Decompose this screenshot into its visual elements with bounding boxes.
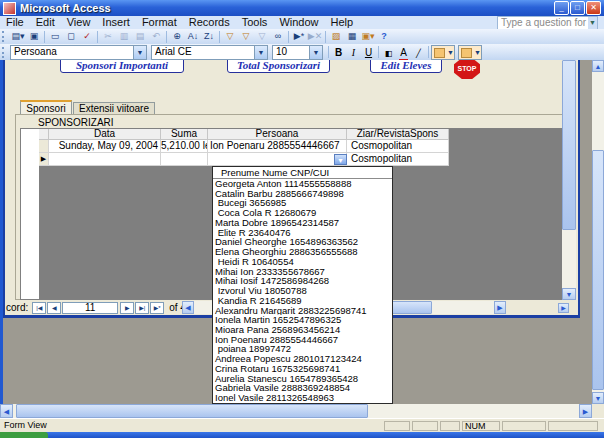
next-record-button[interactable]: ▶ (120, 302, 134, 314)
column-header-data[interactable]: Data (49, 129, 161, 140)
dropdown-item[interactable]: Ionela Martin 1652547896325 (213, 315, 392, 325)
menu-tools[interactable]: Tools (236, 16, 274, 29)
object-select[interactable]: Persoana ▼ (10, 45, 147, 60)
chevron-down-icon[interactable]: ▼ (133, 46, 146, 59)
dropdown-item[interactable]: Mihai Iosif 1472586984268 (213, 276, 392, 286)
menu-window[interactable]: Window (273, 16, 324, 29)
cut-button[interactable]: ✂ (100, 30, 116, 43)
dropdown-item[interactable]: Heidi R 10640554 (213, 257, 392, 267)
menu-insert[interactable]: Insert (96, 16, 136, 29)
dropdown-item[interactable]: Ion Poenaru 2885554446667 (213, 335, 392, 345)
dropdown-item[interactable]: Mihai Ion 2333355678667 (213, 267, 392, 277)
type-question-help-input[interactable]: Type a question for help ▼ (497, 16, 598, 30)
previous-record-button[interactable]: ◀ (47, 302, 61, 314)
filter-by-form-button[interactable]: ▽ (238, 30, 254, 43)
dropdown-item[interactable]: Alexandru Margarit 2883225698741 (213, 306, 392, 316)
total-sponsorizari-button[interactable]: Total Sponsorizari (227, 60, 330, 73)
tab-sponsori[interactable]: Sponsori (20, 100, 72, 115)
dropdown-item[interactable]: poiana 18997472 (213, 344, 392, 354)
menu-format[interactable]: Format (136, 16, 183, 29)
sort-descending-button[interactable]: Z↓ (201, 30, 217, 43)
delete-record-button[interactable]: ▶✕ (307, 30, 323, 43)
italic-button[interactable]: I (346, 46, 361, 59)
underline-button[interactable]: U (361, 46, 376, 59)
dropdown-item[interactable]: Bucegi 3656985 (213, 198, 392, 208)
row-selector[interactable] (39, 140, 49, 153)
column-header-ziar[interactable]: Ziar/RevistaSpons (347, 129, 449, 140)
new-record-button[interactable]: ▶* (291, 30, 307, 43)
dropdown-item[interactable]: Crina Rotaru 1675325698741 (213, 364, 392, 374)
fill-color-button[interactable]: ◧ (381, 46, 396, 59)
bold-button[interactable]: B (331, 46, 346, 59)
select-all-cell[interactable] (39, 129, 49, 140)
print-preview-button[interactable]: ◻ (63, 30, 79, 43)
dropdown-item[interactable]: Marta Dobre 1896542314587 (213, 218, 392, 228)
menu-records[interactable]: Records (183, 16, 236, 29)
dropdown-item[interactable]: Coca Cola R 12680679 (213, 208, 392, 218)
view-button[interactable]: ▤▾ (10, 30, 26, 43)
column-header-suma[interactable]: Suma (161, 129, 208, 140)
vscroll-thumb[interactable] (562, 60, 576, 230)
dropdown-item[interactable]: Kandia R 21645689 (213, 296, 392, 306)
app-vscroll-up-icon[interactable]: ▲ (592, 60, 604, 72)
cell-persoana[interactable]: Ion Poenaru 2885554446667 (208, 140, 347, 153)
app-hscroll-right-icon[interactable]: ▶ (579, 404, 592, 418)
vscroll-down-icon[interactable]: ▼ (562, 288, 576, 300)
new-record-button[interactable]: ▶* (150, 302, 164, 314)
copy-button[interactable]: ▥ (116, 30, 132, 43)
toolbar-grip[interactable] (2, 47, 8, 58)
hscroll-right-icon[interactable]: ▶ (494, 301, 506, 314)
filter-by-selection-button[interactable]: ▽ (222, 30, 238, 43)
cell-ziar[interactable]: Cosmopolitan (347, 140, 449, 153)
line-border-button[interactable]: ▼ (431, 45, 455, 60)
dropdown-item[interactable]: Daniel Gheorghe 1654896363562 (213, 237, 392, 247)
column-header-persoana[interactable]: Persoana (208, 129, 347, 140)
chevron-down-icon[interactable]: ▼ (254, 46, 267, 59)
undo-button[interactable]: ↶ (148, 30, 164, 43)
help-button[interactable]: ? (376, 30, 392, 43)
sponsori-importanti-button[interactable]: Sponsori Importanti (60, 60, 184, 73)
menu-help[interactable]: Help (325, 16, 360, 29)
dropdown-item[interactable]: Mioara Pana 2568963456214 (213, 325, 392, 335)
dropdown-item[interactable]: Elite R 23640476 (213, 228, 392, 238)
find-button[interactable]: ∞ (270, 30, 286, 43)
app-hscroll-thumb[interactable] (16, 404, 368, 418)
hscroll-corner-right-icon[interactable]: ▶ (558, 303, 569, 313)
dropdown-item[interactable]: Elena Gheorghiu 2886356555688 (213, 247, 392, 257)
hscroll-left-icon[interactable]: ◀ (182, 301, 194, 314)
dropdown-item[interactable]: Gabriela Vasile 2888369248854 (213, 383, 392, 393)
cell-data[interactable] (49, 153, 161, 166)
last-record-button[interactable]: ▶| (135, 302, 149, 314)
new-object-button[interactable]: ▣▾ (360, 30, 376, 43)
maximize-icon[interactable]: □ (570, 1, 585, 15)
menu-file[interactable]: File (0, 16, 30, 29)
current-record-icon[interactable]: ▶ (39, 153, 49, 166)
minimize-icon[interactable]: _ (554, 1, 569, 15)
font-size-select[interactable]: 10 ▼ (272, 45, 323, 60)
current-record-input[interactable]: 11 (62, 302, 118, 314)
cell-suma[interactable]: 5,210.00 lei (161, 140, 208, 153)
paste-button[interactable]: ▤ (132, 30, 148, 43)
sort-ascending-button[interactable]: A↓ (185, 30, 201, 43)
dropdown-item[interactable]: Andreea Popescu 2801017123424 (213, 354, 392, 364)
close-icon[interactable]: ✕ (586, 1, 601, 15)
app-vscroll-down-icon[interactable]: ▼ (592, 392, 604, 404)
properties-button[interactable]: ▨ (328, 30, 344, 43)
insert-hyperlink-button[interactable]: ⊕ (169, 30, 185, 43)
cell-ziar[interactable]: Cosmopolitan (347, 153, 449, 166)
chevron-down-icon[interactable]: ▼ (588, 17, 597, 29)
apply-filter-button[interactable]: ▽ (254, 30, 270, 43)
menu-edit[interactable]: Edit (30, 16, 61, 29)
save-button[interactable]: ▣ (26, 30, 42, 43)
line-color-button[interactable]: ╱ (411, 46, 426, 59)
dropdown-item[interactable]: Aurelia Stanescu 1654789365428 (213, 374, 392, 384)
menu-view[interactable]: View (61, 16, 97, 29)
cell-data[interactable]: Sunday, May 09, 2004 (49, 140, 161, 153)
dropdown-item[interactable]: Ionel Vasile 2811326548963 (213, 393, 392, 403)
toolbar-grip[interactable] (2, 31, 8, 42)
app-vscroll-thumb[interactable] (592, 150, 604, 390)
cell-suma[interactable] (161, 153, 208, 166)
special-effect-button[interactable]: ▼ (458, 45, 482, 60)
font-color-button[interactable]: A (396, 46, 411, 59)
dropdown-item[interactable]: Catalin Barbu 2885666749898 (213, 189, 392, 199)
